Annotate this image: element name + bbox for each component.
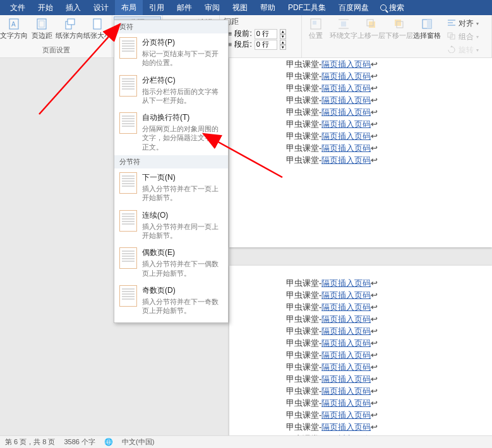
doc-line-prefix: 甲虫课堂-	[286, 423, 321, 432]
doc-line-link[interactable]: 隔页插入页码	[321, 156, 371, 165]
menu-references[interactable]: 引用	[143, 0, 171, 15]
document-line: 甲虫课堂-隔页插入页码↩	[229, 338, 492, 350]
dropdown-item-section-1[interactable]: 连续(O) 插入分节符并在同一页上开始新节。	[114, 206, 228, 244]
document-line: 甲虫课堂-隔页插入页码↩	[229, 95, 492, 107]
doc-line-link[interactable]: 隔页插入页码	[321, 339, 371, 348]
doc-line-prefix: 甲虫课堂-	[286, 411, 321, 420]
menu-view[interactable]: 视图	[226, 0, 254, 15]
doc-line-link[interactable]: 隔页插入页码	[321, 327, 371, 336]
svg-rect-16	[395, 20, 401, 26]
dropdown-item-title: 下一页(N)	[142, 172, 223, 183]
status-words[interactable]: 3586 个字	[64, 437, 95, 447]
orientation-button[interactable]: 纸张方向	[56, 16, 83, 44]
spacing-before-label: 段前:	[234, 28, 251, 39]
wrap-text-button: 环绕文字	[330, 16, 357, 56]
menu-mailings[interactable]: 邮件	[171, 0, 198, 15]
menu-home[interactable]: 开始	[32, 0, 59, 15]
orientation-icon	[63, 18, 76, 30]
dropdown-thumb-icon	[119, 75, 137, 97]
doc-line-link[interactable]: 隔页插入页码	[321, 375, 371, 384]
doc-line-link[interactable]: 隔页插入页码	[321, 291, 371, 300]
dropdown-item-section-2[interactable]: 偶数页(E) 插入分节符并在下一偶数页上开始新节。	[114, 244, 228, 281]
doc-line-link[interactable]: 隔页插入页码	[321, 351, 371, 360]
document-line: 甲虫课堂-隔页插入页码↩	[229, 410, 492, 422]
dropdown-item-desc: 标记一页结束与下一页开始的位置。	[142, 49, 223, 68]
dropdown-item-section-3[interactable]: 奇数页(D) 插入分节符并在下一奇数页上开始新节。	[114, 281, 228, 319]
spacing-after-spinner[interactable]: ▴▾	[280, 40, 286, 50]
menubar: 文件 开始 插入 设计 布局 引用 邮件 审阅 视图 帮助 PDF工具集 百度网…	[0, 0, 492, 15]
selection-pane-button[interactable]: 选择窗格	[413, 16, 441, 56]
doc-line-link[interactable]: 隔页插入页码	[321, 84, 371, 93]
doc-line-prefix: 甲虫课堂-	[286, 291, 321, 300]
doc-line-link[interactable]: 隔页插入页码	[321, 303, 371, 312]
size-button[interactable]: 纸张大小	[83, 16, 111, 44]
menu-file[interactable]: 文件	[4, 0, 32, 15]
menu-help[interactable]: 帮助	[254, 0, 282, 15]
document-line: 甲虫课堂-隔页插入页码↩	[229, 422, 492, 434]
dropdown-item-page-0[interactable]: 分页符(P) 标记一页结束与下一页开始的位置。	[114, 33, 228, 71]
send-backward-button: 下移一层	[385, 16, 413, 56]
doc-line-prefix: 甲虫课堂-	[286, 120, 321, 129]
breaks-dropdown: 页符 分页符(P) 标记一页结束与下一页开始的位置。 分栏符(C) 指示分栏符后…	[114, 20, 229, 323]
dropdown-item-desc: 指示分栏符后面的文字将从下一栏开始。	[142, 87, 223, 105]
doc-line-link[interactable]: 隔页插入页码	[321, 387, 371, 396]
dropdown-item-page-2[interactable]: 自动换行符(T) 分隔网页上的对象周围的文字，如分隔题注文字与正文。	[114, 109, 228, 155]
size-icon	[91, 18, 104, 30]
doc-line-prefix: 甲虫课堂-	[286, 132, 321, 141]
svg-rect-11	[341, 21, 346, 27]
search-icon	[380, 4, 387, 11]
spacing-before-spinner[interactable]: ▴▾	[280, 29, 286, 39]
dropdown-section-page-breaks: 页符	[114, 20, 228, 33]
status-page[interactable]: 第 6 页，共 8 页	[5, 437, 55, 447]
menu-baidu-netdisk[interactable]: 百度网盘	[332, 0, 375, 15]
spacing-after: ‡≡ 段后: ▴▾	[222, 39, 299, 50]
doc-line-link[interactable]: 隔页插入页码	[321, 144, 371, 153]
doc-line-link[interactable]: 隔页插入页码	[321, 363, 371, 372]
doc-line-prefix: 甲虫课堂-	[286, 303, 321, 312]
doc-line-prefix: 甲虫课堂-	[286, 363, 321, 372]
spacing-before-input[interactable]	[255, 29, 277, 39]
doc-line-link[interactable]: 隔页插入页码	[321, 120, 371, 129]
document-line: 甲虫课堂-隔页插入页码↩	[229, 155, 492, 167]
ribbon-group-arrange: 位置 环绕文字 上移一层 下移一层 选择窗格 对齐▾	[302, 15, 492, 57]
dropdown-item-section-0[interactable]: 下一页(N) 插入分节符并在下一页上开始新节。	[114, 168, 228, 206]
document-line: 甲虫课堂-隔页插入页码↩	[229, 83, 492, 95]
dropdown-thumb-icon	[119, 247, 137, 269]
spacing-label: 间距	[222, 16, 299, 28]
doc-line-link[interactable]: 隔页插入页码	[321, 315, 371, 324]
search-box[interactable]: 搜索	[375, 3, 409, 13]
align-button[interactable]: 对齐▾	[443, 18, 483, 30]
document-line: 甲虫课堂-隔页插入页码↩	[229, 278, 492, 290]
doc-line-link[interactable]: 隔页插入页码	[321, 96, 371, 105]
svg-rect-2	[37, 19, 46, 29]
dropdown-item-page-1[interactable]: 分栏符(C) 指示分栏符后面的文字将从下一栏开始。	[114, 71, 228, 109]
spacing-after-input[interactable]	[255, 40, 277, 50]
document-line: 甲虫课堂-隔页插入页码↩	[229, 107, 492, 119]
menu-layout[interactable]: 布局	[115, 0, 143, 15]
doc-line-link[interactable]: 隔页插入页码	[321, 60, 371, 69]
dropdown-thumb-icon	[119, 285, 137, 307]
menu-review[interactable]: 审阅	[198, 0, 226, 15]
document-line: 甲虫课堂-隔页插入页码↩	[229, 290, 492, 302]
document-area[interactable]: 甲虫课堂-隔页插入页码↩ 甲虫课堂-隔页插入页码↩ 甲虫课堂-隔页插入页码↩ 甲…	[0, 58, 492, 435]
bring-forward-button: 上移一层	[357, 16, 385, 56]
doc-line-prefix: 甲虫课堂-	[286, 108, 321, 117]
margins-button[interactable]: 页边距	[28, 16, 56, 44]
doc-line-link[interactable]: 隔页插入页码	[321, 279, 371, 288]
doc-line-link[interactable]: 隔页插入页码	[321, 132, 371, 141]
status-lang-icon: 🌐	[104, 438, 113, 446]
menu-pdf-tools[interactable]: PDF工具集	[282, 0, 332, 15]
selection-pane-icon	[421, 18, 433, 30]
page-upper: 甲虫课堂-隔页插入页码↩ 甲虫课堂-隔页插入页码↩ 甲虫课堂-隔页插入页码↩ 甲…	[229, 58, 492, 247]
status-language[interactable]: 中文(中国)	[122, 437, 154, 447]
doc-line-link[interactable]: 隔页插入页码	[321, 72, 371, 81]
text-direction-button[interactable]: A 文字方向	[0, 16, 28, 44]
document-line: 甲虫课堂-隔页插入页码↩	[229, 326, 492, 338]
doc-line-link[interactable]: 隔页插入页码	[321, 399, 371, 408]
doc-line-link[interactable]: 隔页插入页码	[321, 423, 371, 432]
svg-rect-14	[369, 21, 375, 28]
doc-line-link[interactable]: 隔页插入页码	[321, 108, 371, 117]
menu-insert[interactable]: 插入	[59, 0, 87, 15]
menu-design[interactable]: 设计	[87, 0, 115, 15]
doc-line-link[interactable]: 隔页插入页码	[321, 411, 371, 420]
